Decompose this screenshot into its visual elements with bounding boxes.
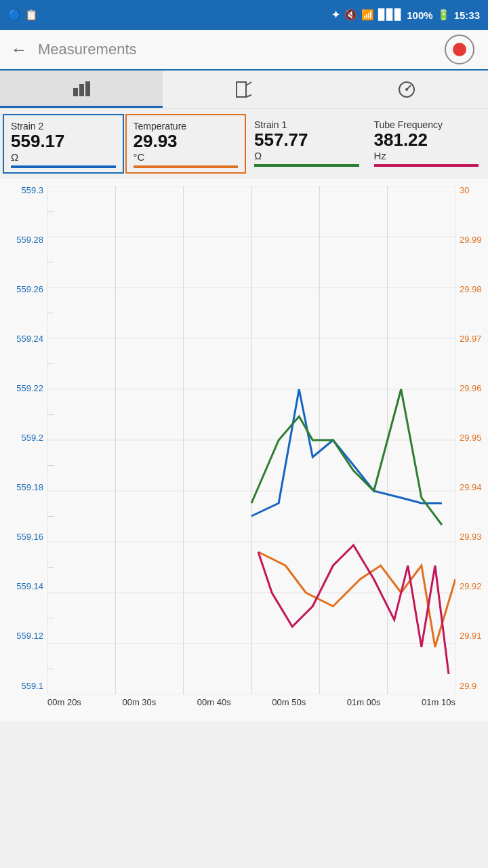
tab-gauge[interactable]	[325, 71, 488, 108]
metric-temp-unit: °C	[134, 151, 239, 163]
metric-strain1-value: 557.77	[254, 130, 359, 150]
svg-rect-1	[79, 84, 84, 96]
y-axis-left: 559.3 559.28 559.26 559.24 559.22 559.2 …	[0, 186, 47, 690]
y-right-6: 29.94	[460, 483, 482, 492]
chart-icon	[72, 79, 91, 98]
status-left-icons: 🔵 📋	[8, 9, 38, 21]
y-right-4: 29.96	[460, 384, 482, 393]
y-left-5: 559.2	[21, 433, 43, 442]
header: ← Measurements	[0, 30, 488, 71]
metric-temp-label: Temperature	[134, 121, 239, 132]
status-right-info: ✦ 🔇 📶 ▊▊▊ 100% 🔋 15:33	[331, 9, 480, 21]
metric-temperature[interactable]: Temperature 29.93 °C	[125, 114, 247, 174]
y-axis-right: 30 29.99 29.98 29.97 29.96 29.95 29.94 2…	[455, 186, 488, 690]
strain2-indicator	[11, 165, 116, 168]
target-center	[453, 43, 466, 56]
time-display: 15:33	[454, 9, 480, 21]
y-left-10: 559.1	[21, 682, 43, 690]
x-label-1: 00m 30s	[122, 697, 156, 707]
signal-icon: ▊▊▊	[378, 9, 403, 21]
y-right-1: 29.99	[460, 235, 482, 244]
metric-strain1-unit: Ω	[254, 150, 359, 161]
y-left-4: 559.22	[16, 384, 43, 393]
y-right-2: 29.98	[460, 285, 482, 294]
target-icon	[445, 35, 474, 64]
metric-strain2-label: Strain 2	[11, 121, 116, 132]
svg-rect-0	[73, 88, 78, 96]
tabs-bar	[0, 71, 488, 108]
svg-point-8	[405, 88, 408, 91]
svg-line-4	[246, 82, 251, 85]
metric-strain2[interactable]: Strain 2 559.17 Ω	[3, 114, 124, 174]
x-axis: 00m 20s 00m 30s 00m 40s 00m 50s 01m 00s …	[47, 694, 455, 722]
y-right-0: 30	[460, 186, 469, 195]
status-bar: 🔵 📋 ✦ 🔇 📶 ▊▊▊ 100% 🔋 15:33	[0, 0, 488, 30]
gauge-icon	[397, 80, 416, 99]
metric-strain2-value: 559.17	[11, 132, 116, 151]
y-right-9: 29.91	[460, 631, 482, 640]
battery-icon: 🔋	[437, 9, 450, 21]
y-right-7: 29.93	[460, 532, 482, 541]
metric-strain1-label: Strain 1	[254, 119, 359, 130]
tab-chart[interactable]	[0, 71, 163, 108]
y-left-1: 559.28	[16, 235, 43, 244]
second-icon: 📋	[25, 9, 38, 21]
y-right-3: 29.97	[460, 334, 482, 343]
y-left-2: 559.26	[16, 285, 43, 294]
x-label-2: 00m 40s	[197, 697, 231, 707]
chart-area: 559.3 559.28 559.26 559.24 559.22 559.2 …	[0, 179, 488, 722]
metric-freq-value: 381.22	[374, 130, 479, 150]
metric-freq-label: Tube Frequency	[374, 119, 479, 130]
x-label-3: 00m 50s	[272, 697, 306, 707]
y-left-6: 559.18	[16, 483, 43, 492]
svg-rect-2	[85, 81, 90, 96]
svg-line-5	[246, 95, 251, 97]
metric-strain1[interactable]: Strain 1 557.77 Ω	[247, 114, 366, 174]
metrics-row: Strain 2 559.17 Ω Temperature 29.93 °C S…	[0, 108, 488, 179]
svg-rect-3	[237, 82, 246, 97]
metric-strain2-unit: Ω	[11, 151, 116, 163]
battery-text: 100%	[407, 9, 432, 21]
y-left-0: 559.3	[21, 186, 43, 195]
y-right-5: 29.95	[460, 433, 482, 442]
chart-svg	[47, 186, 455, 694]
metric-freq-unit: Hz	[374, 150, 479, 161]
temperature-line	[258, 552, 455, 647]
page-title: Measurements	[38, 41, 442, 58]
metric-temp-value: 29.93	[134, 132, 239, 151]
y-left-8: 559.14	[16, 582, 43, 591]
y-left-7: 559.16	[16, 532, 43, 541]
freq-indicator	[374, 164, 479, 167]
x-label-5: 01m 10s	[422, 697, 455, 707]
x-label-4: 01m 00s	[347, 697, 381, 707]
target-button[interactable]	[442, 32, 477, 67]
temp-indicator	[134, 165, 239, 168]
view-icon	[235, 80, 253, 99]
bluetooth-icon: ✦	[331, 9, 340, 21]
x-label-0: 00m 20s	[47, 697, 81, 707]
y-left-3: 559.24	[16, 334, 43, 343]
y-right-8: 29.92	[460, 582, 482, 591]
strain1-indicator	[254, 164, 359, 167]
tube-freq-line	[258, 545, 449, 674]
wifi-icon: 📶	[361, 9, 374, 21]
y-left-9: 559.12	[16, 631, 43, 640]
app-icon: 🔵	[8, 9, 21, 21]
y-right-10: 29.9	[460, 682, 476, 690]
tab-view[interactable]	[163, 71, 325, 108]
metric-tube-freq[interactable]: Tube Frequency 381.22 Hz	[367, 114, 486, 174]
mute-icon: 🔇	[344, 9, 357, 21]
back-button[interactable]: ←	[11, 40, 27, 59]
